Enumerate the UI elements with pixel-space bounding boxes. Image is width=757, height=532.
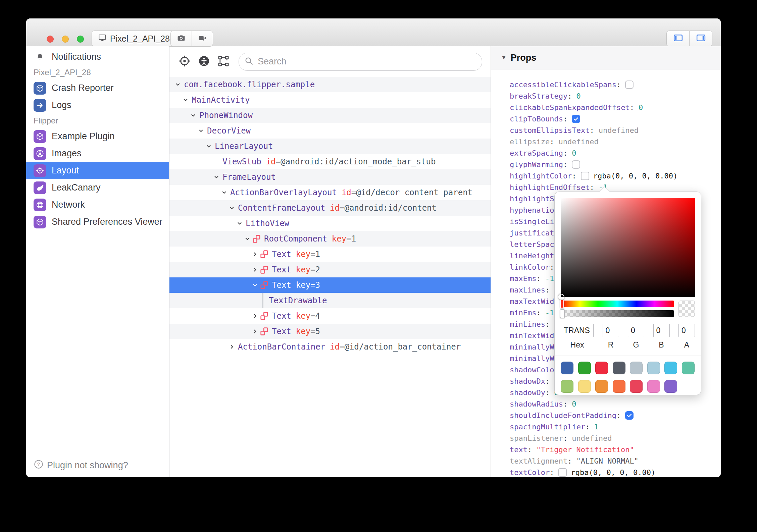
hue-slider-handle[interactable] [560, 300, 564, 308]
prop-row[interactable]: clipToBounds: [510, 113, 721, 124]
color-swatch[interactable] [558, 468, 567, 477]
chevron-right-icon[interactable] [252, 252, 258, 257]
tree-row[interactable]: com.facebook.flipper.sample [169, 77, 491, 92]
checkbox-unchecked-icon[interactable] [625, 81, 634, 89]
tree-row[interactable]: ContentFrameLayoutid=@android:id/content [169, 200, 491, 216]
prop-row[interactable]: spanListener:undefined [510, 432, 721, 444]
palette-color-swatch[interactable] [630, 380, 643, 393]
crosshair-button[interactable] [178, 55, 191, 68]
tree-row[interactable]: MainActivity [169, 92, 491, 108]
tree-row[interactable]: LithoView [169, 216, 491, 231]
prop-row[interactable]: highlightEndOffset:-1 [510, 181, 721, 193]
sidebar-item-network[interactable]: Network [26, 196, 169, 213]
red-input[interactable] [603, 324, 619, 337]
tree-row[interactable]: FrameLayout [169, 169, 491, 185]
palette-color-swatch[interactable] [630, 362, 643, 374]
prop-row[interactable]: clickableSpanExpandedOffset:0 [510, 102, 721, 113]
green-input[interactable] [628, 324, 644, 337]
palette-color-swatch[interactable] [595, 380, 608, 393]
hue-slider[interactable] [561, 301, 674, 307]
tree-row[interactable]: RootComponentkey=1 [169, 231, 491, 247]
close-button[interactable] [47, 36, 54, 43]
zoom-button[interactable] [77, 36, 84, 43]
search-input[interactable] [257, 56, 476, 67]
prop-row[interactable]: textColor:rgba(0, 0, 0, 0.00) [510, 467, 721, 477]
plugin-help-link[interactable]: ? Plugin not showing? [34, 459, 128, 472]
sidebar-item-leakcanary[interactable]: LeakCanary [26, 179, 169, 196]
gradient-cursor[interactable] [558, 294, 564, 300]
tree-row[interactable]: Textkey=5 [169, 324, 491, 339]
sidebar-item-shared-preferences-viewer[interactable]: Shared Preferences Viewer [26, 213, 169, 230]
palette-color-swatch[interactable] [578, 380, 591, 393]
prop-row[interactable]: spacingMultiplier:1 [510, 421, 721, 432]
tree-row[interactable]: Textkey=4 [169, 308, 491, 324]
tree-row[interactable]: ActionBarOverlayLayoutid=@id/decor_conte… [169, 185, 491, 200]
palette-color-swatch[interactable] [682, 362, 695, 374]
sidebar-item-images[interactable]: Images [26, 145, 169, 162]
tree-row[interactable]: Textkey=2 [169, 262, 491, 277]
minimize-button[interactable] [62, 36, 69, 43]
chevron-down-icon[interactable] [252, 282, 258, 288]
tree-row[interactable]: ActionBarContainerid=@id/action_bar_cont… [169, 339, 491, 355]
checkbox-checked-icon[interactable] [572, 115, 580, 123]
palette-color-swatch[interactable] [613, 362, 625, 374]
prop-row[interactable]: breakStrategy:0 [510, 90, 721, 102]
palette-color-swatch[interactable] [613, 380, 625, 393]
tree-row[interactable]: ViewStubid=@android:id/action_mode_bar_s… [169, 154, 491, 169]
palette-color-swatch[interactable] [647, 362, 660, 374]
prop-row[interactable]: customEllipsisText:undefined [510, 124, 721, 136]
accessibility-button[interactable] [198, 55, 210, 68]
prop-row[interactable]: shadowRadius:0 [510, 398, 721, 410]
sidebar-item-logs[interactable]: Logs [26, 97, 169, 114]
palette-color-swatch[interactable] [664, 362, 677, 374]
video-camera-button[interactable] [192, 31, 213, 46]
props-header[interactable]: ▼ Props [491, 46, 721, 69]
prop-row[interactable]: text:"Trigger Notification" [510, 444, 721, 455]
palette-color-swatch[interactable] [561, 380, 573, 393]
alpha-slider[interactable] [561, 310, 674, 317]
prop-row[interactable]: highlightColor:rgba(0, 0, 0, 0.00) [510, 170, 721, 181]
sidebar-item-layout[interactable]: Layout [26, 162, 169, 179]
chevron-down-icon[interactable] [198, 128, 204, 134]
tree-row[interactable]: PhoneWindow [169, 108, 491, 123]
chevron-right-icon[interactable] [252, 313, 258, 319]
palette-color-swatch[interactable] [595, 362, 608, 374]
prop-row[interactable]: shouldIncludeFontPadding: [510, 410, 721, 421]
panel-left-toggle-button[interactable] [667, 31, 689, 46]
select-nodes-button[interactable] [217, 55, 230, 68]
device-selector[interactable]: Pixel_2_API_28 [92, 31, 176, 47]
chevron-down-icon[interactable] [191, 113, 196, 118]
checkbox-checked-icon[interactable] [625, 411, 634, 420]
prop-row[interactable]: glyphWarming: [510, 159, 721, 170]
sidebar-item-example-plugin[interactable]: Example Plugin [26, 128, 169, 145]
prop-row[interactable]: textAlignment:"ALIGN_NORMAL" [510, 455, 721, 467]
sidebar-item-crash-reporter[interactable]: Crash Reporter [26, 79, 169, 97]
panel-right-toggle-button[interactable] [689, 31, 712, 46]
chevron-down-icon[interactable] [183, 97, 188, 103]
palette-color-swatch[interactable] [647, 380, 660, 393]
chevron-down-icon[interactable] [237, 221, 242, 226]
tree-row[interactable]: Textkey=1 [169, 247, 491, 262]
palette-color-swatch[interactable] [578, 362, 591, 374]
chevron-right-icon[interactable] [252, 267, 258, 272]
chevron-down-icon[interactable] [221, 190, 227, 195]
alpha-input[interactable] [678, 324, 695, 337]
chevron-right-icon[interactable] [252, 329, 258, 334]
chevron-right-icon[interactable] [229, 344, 235, 350]
saturation-gradient[interactable] [561, 198, 695, 297]
prop-row[interactable]: accessibleClickableSpans: [510, 79, 721, 90]
camera-button[interactable] [171, 31, 192, 46]
checkbox-unchecked-icon[interactable] [572, 160, 580, 169]
sidebar-item-notifications[interactable]: Notifications [26, 48, 169, 65]
palette-color-swatch[interactable] [664, 380, 677, 393]
tree-row[interactable]: Textkey=3 [169, 277, 491, 293]
alpha-slider-handle[interactable] [560, 309, 565, 318]
tree-row[interactable]: TextDrawable [169, 293, 491, 308]
prop-row[interactable]: extraSpacing:0 [510, 147, 721, 159]
color-swatch[interactable] [581, 172, 589, 180]
prop-row[interactable]: ellipsize:undefined [510, 136, 721, 147]
tree-row[interactable]: LinearLayout [169, 139, 491, 154]
chevron-down-icon[interactable] [229, 205, 235, 211]
blue-input[interactable] [653, 324, 670, 337]
chevron-down-icon[interactable] [206, 144, 211, 149]
